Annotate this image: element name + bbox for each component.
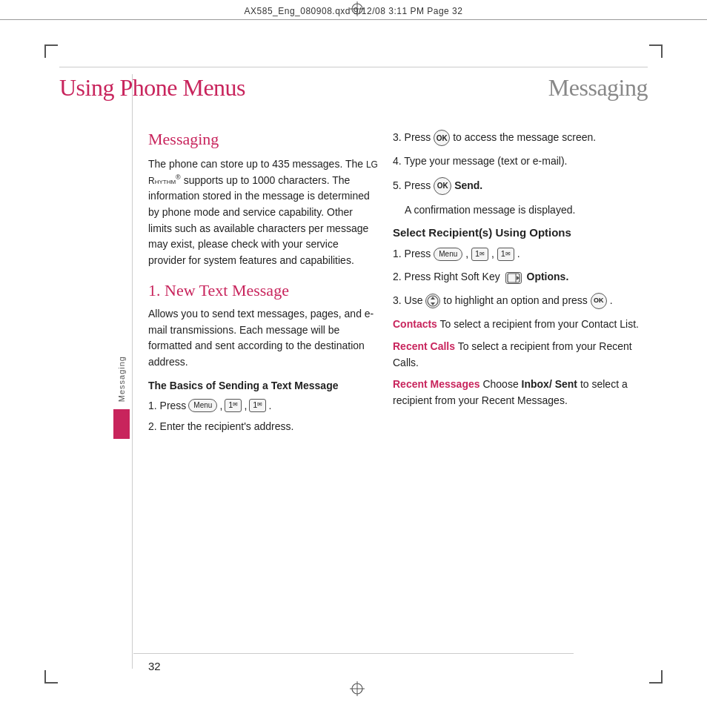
corner-mark-bl [44,670,58,684]
key-1a: 1✉ [225,399,242,412]
vert-rule-left [132,74,133,669]
recent-messages-block: Recent Messages Choose Inbox/ Sent to se… [393,377,645,408]
left-step1-prefix: 1. Press [148,397,186,414]
right-step4-text: 4. Type your message (text or e-mail). [393,155,568,167]
messaging-heading: Messaging [148,130,378,149]
side-tab-bar [113,409,130,439]
ok-key-step3: OK [434,130,450,146]
contacts-block: Contacts To select a recipient from your… [393,317,645,333]
top-rule [59,67,648,67]
title-right: Messaging [548,74,648,102]
sel-step1-prefix: 1. Press [393,248,434,259]
main-title-area: Using Phone Menus Messaging [59,74,648,102]
sel-step2-prefix: 2. Press Right Soft Key [393,271,500,282]
page-header: AX585_Eng_080908.qxd 9/12/08 3:11 PM Pag… [0,6,707,20]
contacts-term: Contacts [393,318,437,330]
ok-key-step5: OK [434,177,451,195]
intro-text: The phone can store up to 435 messages. … [148,156,378,269]
right-step5: 5. Press OK Send. [393,177,645,195]
corner-mark-br [649,670,663,684]
header-text: AX585_Eng_080908.qxd 9/12/08 3:11 PM Pag… [245,6,463,16]
options-label: Options. [527,271,569,282]
basics-heading: The Basics of Sending a Text Message [148,380,378,391]
recent-messages-term: Recent Messages [393,378,480,390]
corner-mark-tl [44,44,58,58]
reg-mark-bottom [350,681,365,698]
right-soft-key-icon [505,272,522,284]
sel-step1: 1. Press Menu , 1✉ , 1✉ . [393,246,645,262]
sel-key-1b: 1✉ [497,248,514,261]
sel-step3-prefix: 3. Use [393,294,425,306]
side-tab-label: Messaging [117,356,126,402]
confirmation-text: A confirmation message is displayed. [405,202,645,219]
new-text-message-heading: 1. New Text Message [148,281,378,300]
send-label: Send. [454,179,482,191]
sel-step2: 2. Press Right Soft Key Options. [393,269,645,285]
corner-mark-tr [649,44,663,58]
right-step3-prefix: 3. Press [393,131,434,143]
left-step2: 2. Enter the recipient's address. [148,418,378,434]
recent-calls-term: Recent Calls [393,340,455,352]
brand-name: LG Rhythm [148,159,378,186]
select-heading: Select Recipient(s) Using Options [393,226,645,239]
sel-step3-middle: to highlight an option and press [443,294,590,306]
contacts-desc: To select a recipient from your Contact … [440,318,639,330]
bottom-rule [133,653,574,654]
sel-key-1a: 1✉ [471,248,488,261]
new-text-message-body: Allows you to send text messages, pages,… [148,306,378,371]
menu-key: Menu [188,399,217,412]
key-1b: 1✉ [249,399,266,412]
side-tab: Messaging [111,356,132,439]
right-step5-prefix: 5. Press [393,179,434,191]
left-column: Messaging The phone can store up to 435 … [148,130,378,439]
right-step4: 4. Type your message (text or e-mail). [393,153,645,170]
ok-key-sel: OK [591,293,607,309]
title-left: Using Phone Menus [59,74,548,102]
left-step1: 1. Press Menu , 1✉ , 1✉ . [148,397,378,414]
right-column: 3. Press OK to access the message screen… [393,130,645,415]
right-step3: 3. Press OK to access the message screen… [393,130,645,146]
sel-step3: 3. Use to highlight an option and press … [393,293,645,309]
menu-key-2: Menu [434,248,462,261]
page-number: 32 [148,660,161,672]
nav-key [425,294,440,308]
left-step2-text: 2. Enter the recipient's address. [148,418,293,434]
recent-calls-block: Recent Calls To select a recipient from … [393,339,645,371]
right-step3-suffix: to access the message screen. [453,131,596,143]
